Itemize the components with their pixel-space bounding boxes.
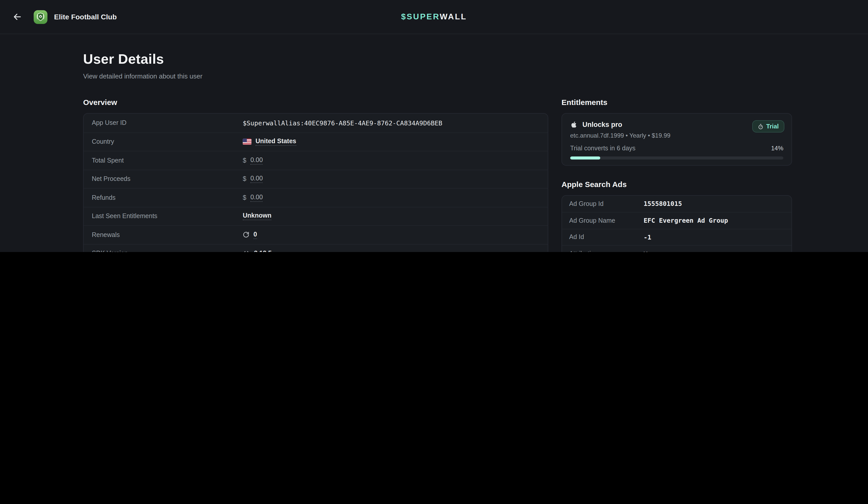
table-row: Refunds $0.00 <box>84 188 548 207</box>
renewals-value[interactable]: 0 <box>254 231 257 239</box>
table-row: Ad Group NameEFC Evergreen Ad Group <box>562 212 792 229</box>
app-name: Elite Football Club <box>54 13 117 21</box>
us-flag-icon <box>243 139 251 145</box>
app-window: Elite Football Club $SUPERWALL User Deta… <box>0 0 868 252</box>
table-row: App User ID $SuperwallAlias:40EC9876-A85… <box>84 114 548 132</box>
trial-badge: Trial <box>753 120 784 133</box>
sdk-version-value: 3.12.5 <box>254 250 272 252</box>
back-arrow-icon[interactable] <box>12 12 22 22</box>
refresh-icon <box>243 232 249 238</box>
app-user-id-value: $SuperwallAlias:40EC9876-A85E-4AE9-8762-… <box>243 119 442 127</box>
top-bar: Elite Football Club $SUPERWALL <box>0 0 868 34</box>
table-row: Ad Group Id1555801015 <box>562 196 792 212</box>
entitlements-heading: Entitlements <box>561 97 792 107</box>
table-row: Country United States <box>84 132 548 151</box>
apple-icon <box>570 120 578 128</box>
country-value[interactable]: United States <box>256 138 296 146</box>
overview-card: App User ID $SuperwallAlias:40EC9876-A85… <box>83 113 548 252</box>
code-icon <box>243 250 250 252</box>
trial-progress-fill <box>570 156 600 159</box>
entitlement-name: Unlocks pro <box>582 120 622 128</box>
superwall-logo[interactable]: $SUPERWALL <box>401 12 467 21</box>
apple-search-ads-card: Ad Group Id1555801015 Ad Group NameEFC E… <box>561 195 792 252</box>
dollar-icon: $ <box>243 194 246 201</box>
page-title: User Details <box>83 51 796 67</box>
page-content: User Details View detailed information a… <box>0 34 868 252</box>
net-proceeds-value[interactable]: 0.00 <box>250 175 263 183</box>
entitlement-card: Unlocks pro etc.annual.7df.1999 • Yearly… <box>561 113 792 165</box>
table-row: AttributionYes <box>562 245 792 252</box>
trial-percent: 14% <box>771 145 783 152</box>
trial-progress-bar <box>570 156 783 159</box>
table-row: Renewals 0 <box>84 225 548 244</box>
trial-converts-text: Trial converts in 6 days <box>570 145 636 152</box>
timer-icon <box>758 124 764 129</box>
dollar-icon: $ <box>243 176 246 183</box>
table-row: Total Spent $0.00 <box>84 151 548 169</box>
entitlement-product: etc.annual.7df.1999 • Yearly • $19.99 <box>570 132 783 139</box>
last-seen-entitlements-value[interactable]: Unknown <box>243 212 271 220</box>
refunds-value[interactable]: 0.00 <box>250 194 263 202</box>
table-row: Ad Id-1 <box>562 229 792 245</box>
app-icon-football-club <box>34 10 48 24</box>
table-row: Net Proceeds $0.00 <box>84 169 548 188</box>
page-subtitle: View detailed information about this use… <box>83 72 796 80</box>
dollar-icon: $ <box>243 157 246 164</box>
table-row: Last Seen Entitlements Unknown <box>84 207 548 225</box>
overview-heading: Overview <box>83 97 548 107</box>
table-row: SDK Version 3.12.5 <box>84 244 548 252</box>
total-spent-value[interactable]: 0.00 <box>250 156 263 165</box>
apple-search-ads-heading: Apple Search Ads <box>561 179 792 189</box>
